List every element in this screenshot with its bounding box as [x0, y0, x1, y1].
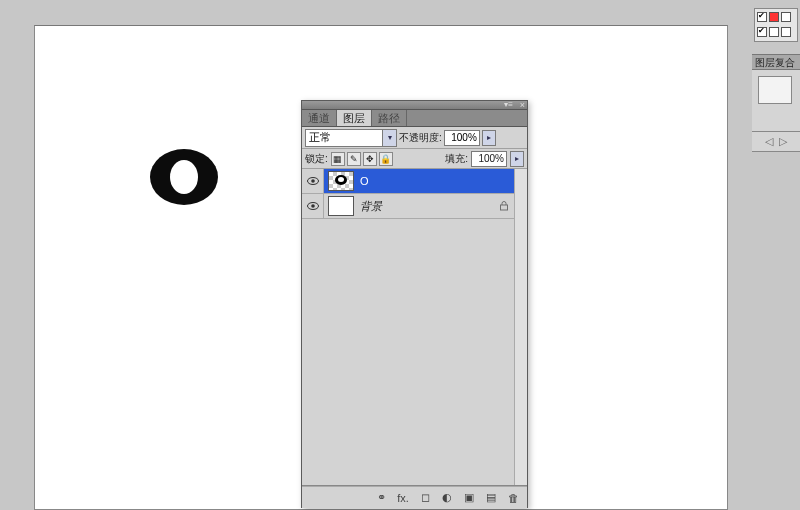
comp-thumbnail[interactable]	[758, 76, 792, 104]
blend-mode-value: 正常	[309, 130, 331, 145]
layers-list: O 背景	[302, 169, 527, 486]
adjustment-layer-icon[interactable]: ◐	[439, 490, 455, 506]
lock-all-icon[interactable]: 🔒	[379, 152, 393, 166]
lock-position-icon[interactable]: ✥	[363, 152, 377, 166]
blend-opacity-row: 正常 ▾ 不透明度: 100% ▸	[302, 127, 527, 149]
panel-menu-icon[interactable]: ▾≡	[504, 100, 513, 109]
lock-pixels-icon[interactable]: ✎	[347, 152, 361, 166]
layer-thumbnail[interactable]	[328, 196, 354, 216]
layer-style-icon[interactable]: fx.	[395, 490, 411, 506]
new-layer-icon[interactable]: ▤	[483, 490, 499, 506]
panel-titlebar[interactable]: ▾≡ ×	[302, 101, 527, 110]
swatch-white[interactable]	[781, 12, 791, 22]
scrollbar[interactable]	[514, 169, 527, 485]
fill-flyout-icon[interactable]: ▸	[510, 151, 524, 167]
layer-thumbnail[interactable]	[328, 171, 354, 191]
layer-row[interactable]: O	[302, 169, 527, 194]
lock-fill-row: 锁定: ▦ ✎ ✥ 🔒 填充: 100% ▸	[302, 149, 527, 169]
swatch-white[interactable]	[781, 27, 791, 37]
svg-point-1	[170, 160, 198, 194]
layer-mask-icon[interactable]: ◻	[417, 490, 433, 506]
layer-comps-title[interactable]: 图层复合	[752, 54, 800, 70]
layers-panel: ▾≡ × 通道 图层 路径 正常 ▾ 不透明度: 100% ▸ 锁定: ▦ ✎ …	[301, 100, 528, 508]
next-comp-icon[interactable]: ▷	[779, 135, 787, 148]
layer-name[interactable]: O	[358, 175, 527, 187]
layer-group-icon[interactable]: ▣	[461, 490, 477, 506]
checkbox[interactable]	[757, 27, 767, 37]
eye-icon	[307, 177, 319, 185]
link-layers-icon[interactable]: ⚭	[373, 490, 389, 506]
fill-input[interactable]: 100%	[471, 151, 507, 167]
visibility-toggle[interactable]	[302, 169, 324, 193]
opacity-label: 不透明度:	[399, 131, 442, 145]
close-icon[interactable]: ×	[520, 100, 525, 110]
swatches-mini-panel	[754, 8, 798, 42]
fill-label: 填充:	[445, 152, 468, 166]
opacity-flyout-icon[interactable]: ▸	[482, 130, 496, 146]
swatch-white[interactable]	[769, 27, 779, 37]
tab-channels[interactable]: 通道	[302, 110, 337, 126]
visibility-toggle[interactable]	[302, 194, 324, 218]
delete-layer-icon[interactable]: 🗑	[505, 490, 521, 506]
prev-comp-icon[interactable]: ◁	[765, 135, 773, 148]
right-dock: 图层复合 ◁ ▷	[752, 0, 800, 510]
lock-label: 锁定:	[305, 152, 328, 166]
lock-icon	[499, 201, 509, 211]
tab-paths[interactable]: 路径	[372, 110, 407, 126]
lock-icons-group: ▦ ✎ ✥ 🔒	[331, 152, 393, 166]
opacity-input[interactable]: 100%	[444, 130, 480, 146]
chevron-down-icon: ▾	[382, 130, 396, 146]
layer-comps-footer: ◁ ▷	[752, 132, 800, 152]
layer-comps-panel: 图层复合 ◁ ▷	[752, 54, 800, 152]
layer-name[interactable]: 背景	[358, 199, 499, 214]
layer-comps-body	[752, 70, 800, 132]
blend-mode-select[interactable]: 正常 ▾	[305, 129, 397, 147]
panel-footer: ⚭ fx. ◻ ◐ ▣ ▤ 🗑	[302, 486, 527, 508]
svg-point-5	[311, 204, 315, 208]
svg-rect-6	[501, 205, 508, 210]
eye-icon	[307, 202, 319, 210]
layer-row[interactable]: 背景	[302, 194, 527, 219]
tab-layers[interactable]: 图层	[337, 110, 372, 126]
panel-tabs: 通道 图层 路径	[302, 110, 527, 127]
svg-point-3	[311, 179, 315, 183]
canvas-glyph-o	[147, 146, 221, 208]
lock-transparency-icon[interactable]: ▦	[331, 152, 345, 166]
swatch-red[interactable]	[769, 12, 779, 22]
checkbox[interactable]	[757, 12, 767, 22]
